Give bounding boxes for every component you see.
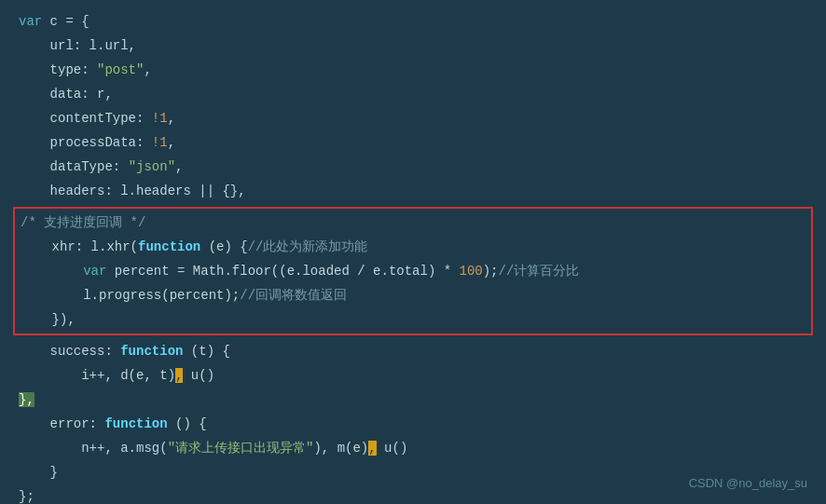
code-line-success-close: }, xyxy=(19,388,807,412)
code-line-xhr: xhr: l.xhr(function (e) {//此处为新添加功能 xyxy=(21,235,805,259)
code-line-2: url: l.url, xyxy=(19,34,807,58)
code-line-success: success: function (t) { xyxy=(19,339,807,363)
code-line-progress: l.progress(percent);//回调将数值返回 xyxy=(21,283,805,307)
code-line-5: contentType: !1, xyxy=(19,106,807,130)
code-line-success-body: i++, d(e, t), u() xyxy=(19,363,807,388)
highlighted-block: /* 支持进度回调 */ xhr: l.xhr(function (e) {//… xyxy=(13,207,813,335)
code-line-3: type: "post", xyxy=(19,58,807,82)
code-line-8: headers: l.headers || {}, xyxy=(19,179,807,203)
watermark: CSDN @no_delay_su xyxy=(689,476,807,490)
code-line-7: dataType: "json", xyxy=(19,155,807,179)
code-editor: var c = { url: l.url, type: "post", data… xyxy=(0,0,826,504)
code-line-6: processData: !1, xyxy=(19,130,807,155)
code-line-4: data: r, xyxy=(19,82,807,106)
code-line-error: error: function () { xyxy=(19,412,807,436)
code-line-error-body: n++, a.msg("请求上传接口出现异常"), m(e), u() xyxy=(19,436,807,460)
code-line-1: var c = { xyxy=(19,9,807,34)
code-line-comment: /* 支持进度回调 */ xyxy=(21,211,805,235)
code-line-close-xhr: }), xyxy=(21,307,805,332)
code-line-percent: var percent = Math.floor((e.loaded / e.t… xyxy=(21,259,805,283)
